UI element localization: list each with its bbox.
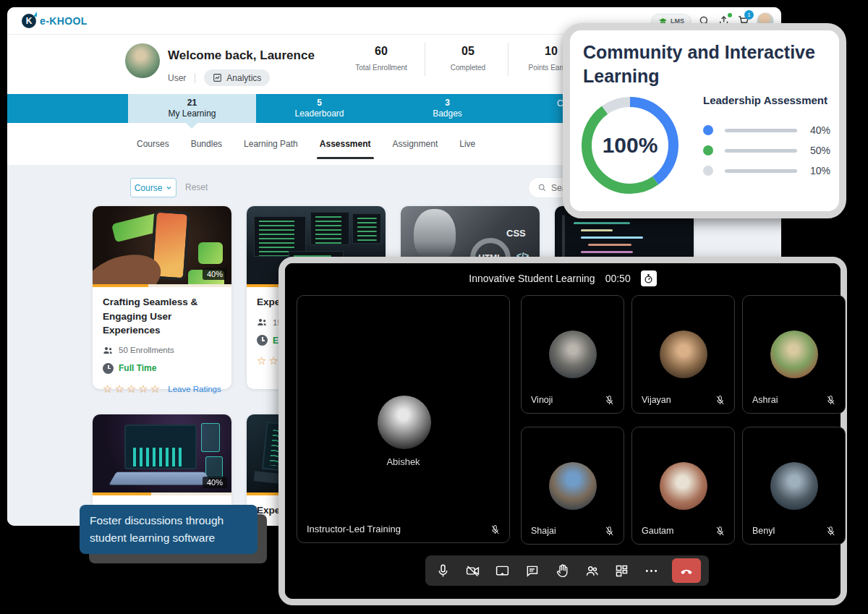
participant-tile[interactable]: Shajai [521, 427, 624, 545]
legend-bar [725, 149, 797, 153]
progress-bar [93, 284, 231, 287]
layout-button[interactable] [613, 561, 631, 580]
screenshot-stage: K e-KHOOL LMS 1 [0, 0, 868, 614]
mic-off-icon [604, 395, 615, 406]
legend-row: 50% [703, 145, 830, 156]
participant-avatar [660, 331, 707, 378]
mic-off-icon [604, 526, 615, 537]
subtab-bundles[interactable]: Bundles [191, 133, 222, 155]
participant-avatar [549, 462, 597, 510]
subtab-assignment[interactable]: Assignment [393, 133, 438, 155]
legend-value: 40% [797, 124, 830, 136]
call-title: Innovative Student Learning [469, 273, 595, 284]
legend-row: 10% [703, 165, 830, 176]
participant-name: Abishek [297, 456, 509, 467]
legend-value: 50% [797, 145, 830, 156]
mic-off-icon [715, 526, 726, 537]
mic-off-icon [825, 526, 836, 537]
logo-text: e-KHOOL [40, 15, 88, 27]
subtab-live[interactable]: Live [459, 133, 475, 155]
people-icon [257, 317, 268, 327]
subtab-learning-path[interactable]: Learning Path [244, 133, 298, 155]
progress-badge: 40% [203, 268, 227, 280]
people-icon [103, 346, 114, 355]
cart-count-badge: 1 [744, 10, 754, 20]
mic-off-icon [715, 395, 726, 406]
divider [508, 43, 509, 76]
schedule-label: Full Time [119, 363, 156, 373]
tab-my-learning[interactable]: 21 My Learning [128, 94, 256, 123]
subtab-assessment[interactable]: Assessment [320, 133, 371, 155]
search-icon [537, 183, 547, 192]
donut-chart: 100% [576, 91, 684, 200]
active-tab-pointer [186, 123, 197, 129]
user-avatar [125, 43, 160, 78]
course-thumbnail: 40% [93, 206, 231, 284]
stat-completed: 05 Completed [428, 45, 508, 72]
course-thumbnail: 40% [93, 414, 231, 493]
end-call-button[interactable] [672, 558, 701, 583]
course-card[interactable]: 40% Crafting Seamless & Engaging User Ex… [93, 206, 231, 389]
participant-tile[interactable]: Ashrai [742, 295, 846, 414]
welcome-title: Welcome back, Laurence [168, 48, 315, 63]
participant-name: Benyl [752, 526, 775, 536]
participant-name: Shajai [531, 526, 556, 536]
screen-share-button[interactable] [493, 561, 512, 580]
legend-title: Leadership Assessment [703, 94, 827, 106]
card-title: Community and Interactive Learning [583, 40, 826, 88]
participant-avatar [660, 462, 707, 510]
user-role: User [168, 73, 186, 83]
reset-button[interactable]: Reset [185, 182, 208, 192]
video-call-window: Innovative Student Learning 00:50 Abishe… [278, 257, 847, 605]
course-filter-dropdown[interactable]: Course [130, 178, 176, 197]
clock-icon [257, 335, 268, 346]
analytics-button[interactable]: Analytics [204, 69, 270, 86]
call-control-bar [425, 555, 709, 586]
phone-icon [679, 563, 694, 578]
css-label: CSS [506, 228, 526, 239]
more-options-button[interactable] [642, 561, 661, 580]
online-dot [728, 13, 732, 17]
chat-button[interactable] [523, 561, 542, 580]
tab-badges[interactable]: 3 Badges [383, 94, 511, 123]
progress-bar [93, 493, 231, 495]
logo[interactable]: K e-KHOOL [22, 14, 88, 28]
mic-off-icon [490, 524, 501, 535]
legend-dot [703, 125, 713, 135]
legend-bar [725, 169, 797, 173]
participants-button[interactable] [582, 561, 601, 580]
participant-avatar [378, 396, 431, 449]
promo-banner: Foster discussions through student learn… [80, 505, 258, 554]
course-filter-label: Course [135, 183, 163, 193]
participant-tile[interactable]: Benyl [742, 427, 846, 545]
community-learning-card: Community and Interactive Learning 100% … [563, 23, 846, 218]
tab-leaderboard[interactable]: 5 Leaderboard [255, 94, 383, 123]
legend-bar [725, 129, 797, 132]
mic-off-icon [825, 395, 836, 406]
stopwatch-icon[interactable] [641, 270, 657, 286]
camera-off-button[interactable] [463, 561, 482, 580]
clock-icon [103, 363, 114, 374]
participant-name: Vijayan [642, 395, 671, 405]
legend-dot [703, 166, 713, 176]
participant-name: Vinoji [531, 395, 553, 405]
stat-total-enrollment: 60 Total Enrollment [341, 45, 421, 72]
raise-hand-button[interactable] [553, 561, 571, 580]
participant-tile[interactable]: Vinoji [521, 295, 624, 414]
microphone-button[interactable] [433, 561, 452, 580]
subtab-courses[interactable]: Courses [137, 133, 169, 155]
participant-tile[interactable]: Gautam [631, 427, 735, 545]
leave-ratings-link[interactable]: Leave Ratings [168, 385, 221, 393]
participant-avatar [770, 331, 818, 378]
divider [425, 43, 425, 76]
star-rating[interactable]: ☆☆☆☆☆ [103, 383, 162, 396]
course-title: Crafting Seamless & Engaging User Experi… [103, 295, 221, 338]
participant-avatar [549, 331, 597, 378]
legend-value: 10% [797, 165, 830, 176]
progress-badge: 40% [203, 477, 227, 488]
divider [195, 73, 195, 83]
analytics-icon [213, 73, 222, 82]
enrollments: 50 Enrollments [119, 346, 174, 354]
participant-tile[interactable]: Vijayan [631, 295, 735, 414]
main-speaker-tile[interactable]: Abishek Instructor-Led Training [297, 295, 510, 543]
